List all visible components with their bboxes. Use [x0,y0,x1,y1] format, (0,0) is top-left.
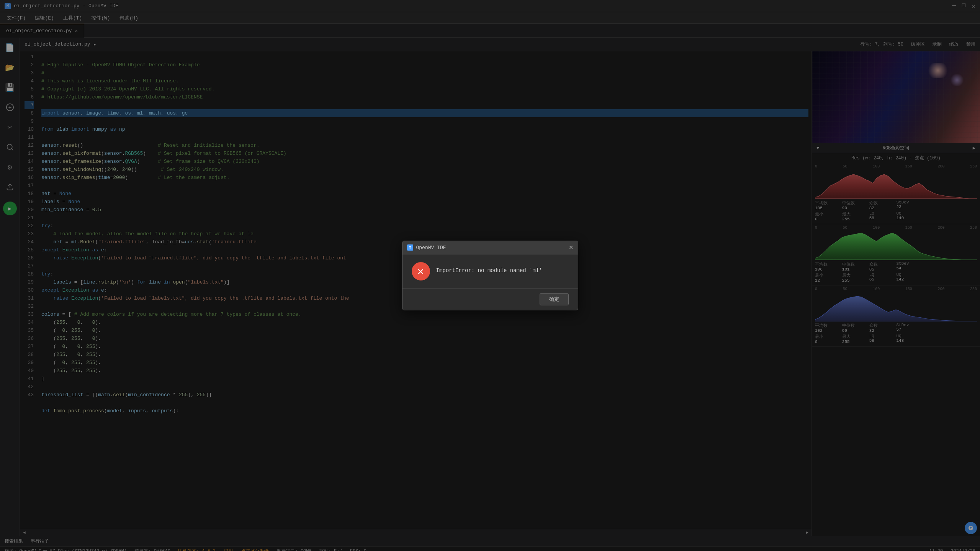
dialog-close-button[interactable]: ✕ [569,244,573,251]
error-dialog: M OpenMV IDE ✕ ✕ ImportError: no module … [402,241,578,310]
dialog-error-icon: ✕ [412,262,430,280]
dialog-title-bar: M OpenMV IDE ✕ [402,241,578,254]
dialog-app-icon: M [407,244,413,251]
dialog-overlay: M OpenMV IDE ✕ ✕ ImportError: no module … [0,0,980,551]
dialog-confirm-button[interactable]: 确定 [540,293,569,305]
dialog-message: ImportError: no module named 'ml' [436,262,542,275]
dialog-footer: 确定 [402,288,578,310]
dialog-body: ✕ ImportError: no module named 'ml' [402,254,578,288]
dialog-title: OpenMV IDE [416,245,446,251]
